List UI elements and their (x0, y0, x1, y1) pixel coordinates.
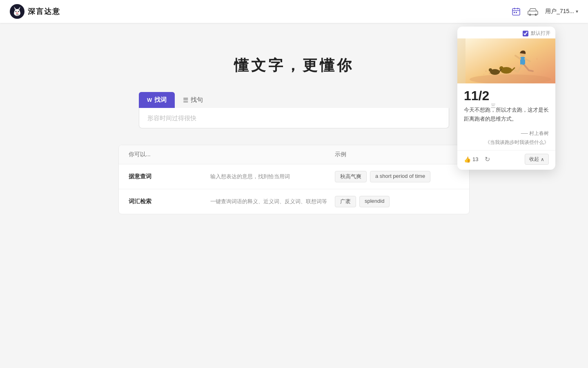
daily-card: 默认打开 (457, 27, 555, 170)
svg-point-32 (489, 68, 492, 72)
svg-point-6 (18, 11, 19, 12)
svg-point-35 (486, 71, 487, 72)
svg-point-34 (489, 72, 491, 74)
svg-point-16 (529, 14, 531, 16)
svg-point-17 (535, 14, 537, 16)
find-sentence-icon: ☰ (183, 96, 188, 104)
user-dropdown[interactable]: 用户_715... ▾ (545, 8, 578, 15)
col2-header (210, 151, 335, 158)
row2-label: 词汇检索 (129, 198, 210, 205)
logo-area: TM 深言达意 (10, 4, 60, 19)
card-illustration (466, 38, 555, 83)
row1-label: 据意查词 (129, 173, 210, 180)
refresh-icon[interactable]: ↻ (485, 155, 490, 163)
row2-examples: 广袤 splendid (335, 196, 459, 207)
svg-point-36 (483, 74, 484, 75)
attribution-line1: ── 村上春树 (464, 129, 549, 138)
header-right: 用户_715... ▾ (512, 7, 578, 16)
default-open-checkbox[interactable] (523, 31, 528, 36)
tabs: W 找词 ☰ 找句 (139, 92, 449, 108)
default-open-label: 默认打开 (531, 30, 550, 37)
calendar-icon[interactable] (512, 7, 521, 16)
collapse-button[interactable]: 收起 ∧ (525, 154, 549, 165)
collapse-chevron-icon: ∧ (541, 157, 544, 162)
example-tag[interactable]: splendid (359, 196, 390, 207)
svg-point-5 (16, 11, 17, 12)
svg-rect-14 (516, 12, 517, 13)
svg-rect-13 (514, 12, 515, 13)
find-word-icon: W (147, 97, 152, 103)
info-table: 你可以... 示例 据意查词 输入想表达的意思，找到恰当用词 秋高气爽 a sh… (118, 145, 470, 214)
col3-header: 示例 (335, 151, 459, 158)
example-tag[interactable]: 广袤 (335, 196, 356, 207)
card-date-main: 11/2 (464, 89, 489, 102)
tab-find-word[interactable]: W 找词 (139, 92, 175, 108)
card-attribution: ── 村上春树 《当我谈跑步时我谈些什么》 (457, 128, 555, 150)
row1-desc: 输入想表达的意思，找到恰当用词 (210, 173, 335, 180)
card-date-area: 11/2 三 (457, 83, 555, 105)
collapse-label: 收起 (529, 156, 539, 163)
example-tag[interactable]: 秋高气爽 (335, 171, 367, 182)
table-header-row: 你可以... 示例 (119, 145, 469, 164)
like-icon: 👍 (464, 156, 471, 163)
attribution-line2: 《当我谈跑步时我谈些什么》 (464, 138, 549, 147)
search-input[interactable] (139, 108, 449, 128)
user-label: 用户_715... (545, 8, 574, 15)
card-top-bar: 默认打开 (457, 27, 555, 38)
card-actions: 👍 13 ↻ 收起 ∧ (457, 150, 555, 170)
svg-point-39 (535, 46, 535, 47)
find-word-label: 找词 (154, 96, 167, 104)
row2-desc: 一键查询词语的释义、近义词、反义词、联想词等 (210, 198, 335, 205)
svg-text:TM: TM (16, 13, 18, 16)
table-row: 据意查词 输入想表达的意思，找到恰当用词 秋高气爽 a short period… (119, 164, 469, 189)
find-sentence-label: 找句 (191, 96, 203, 104)
svg-point-38 (537, 58, 538, 60)
search-box (139, 108, 449, 128)
table-row: 词汇检索 一键查询词语的释义、近义词、反义词、联想词等 广袤 splendid (119, 189, 469, 214)
logo-text: 深言达意 (28, 7, 60, 16)
tab-find-sentence[interactable]: ☰ 找句 (175, 92, 211, 108)
svg-line-27 (529, 70, 533, 71)
like-button[interactable]: 👍 13 (464, 156, 478, 163)
header: TM 深言达意 用户_715... ▾ (0, 0, 588, 23)
chevron-down-icon: ▾ (576, 9, 578, 14)
card-image (457, 38, 555, 83)
card-quote: 今天不想跑，所以才去跑，这才是长距离跑者的思维方式。 (457, 105, 555, 128)
example-tag[interactable]: a short period of time (370, 171, 430, 182)
col1-header: 你可以... (129, 151, 210, 158)
car-icon[interactable] (527, 7, 539, 16)
row1-examples: 秋高气爽 a short period of time (335, 171, 459, 182)
like-count: 13 (472, 156, 478, 162)
logo-icon: TM (10, 4, 24, 19)
hero-title: 懂文字，更懂你 (234, 56, 354, 76)
svg-rect-21 (520, 57, 525, 65)
svg-point-37 (532, 50, 534, 52)
tabs-container: W 找词 ☰ 找句 (139, 92, 449, 128)
